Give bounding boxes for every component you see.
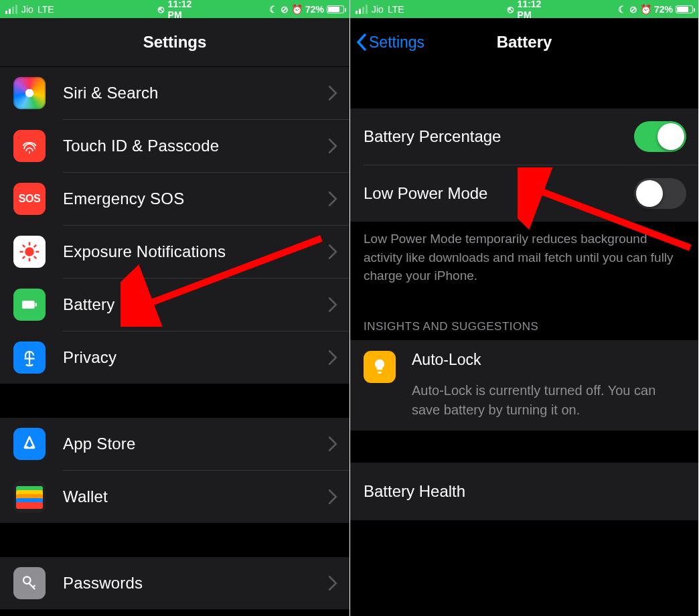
- row-touch-id-passcode[interactable]: Touch ID & Passcode: [0, 120, 350, 172]
- back-label: Settings: [369, 33, 424, 52]
- wallet-icon: [13, 481, 46, 513]
- row-label: Wallet: [63, 487, 329, 506]
- svg-line-8: [23, 256, 25, 258]
- low-power-mode-toggle[interactable]: [634, 178, 686, 209]
- page-title: Settings: [143, 33, 207, 52]
- row-label: Low Power Mode: [364, 184, 634, 203]
- row-exposure-notifications[interactable]: Exposure Notifications: [0, 226, 350, 278]
- battery-percentage-toggle[interactable]: [634, 121, 686, 152]
- chevron-right-icon: [329, 437, 337, 451]
- settings-screen: Jio LTE ⎋ 11:12 PM ☾ ⊘ ⏰ 72% Settings Si…: [0, 0, 350, 616]
- row-battery[interactable]: Battery: [0, 279, 350, 331]
- row-app-store[interactable]: App Store: [0, 418, 350, 470]
- row-wallet[interactable]: Wallet: [0, 471, 350, 523]
- row-privacy[interactable]: Privacy: [0, 331, 350, 384]
- chevron-right-icon: [329, 139, 337, 153]
- network-label: LTE: [37, 4, 54, 15]
- do-not-disturb-icon: ☾: [269, 4, 278, 15]
- status-bar: Jio LTE ⎋ 11:12 PM ☾ ⊘ ⏰ 72%: [350, 0, 698, 18]
- exposure-icon: [13, 236, 46, 268]
- svg-rect-9: [22, 301, 35, 309]
- key-icon: [13, 567, 46, 599]
- status-bar: Jio LTE ⎋ 11:12 PM ☾ ⊘ ⏰ 72%: [0, 0, 350, 18]
- hotspot-icon: ⎋: [508, 3, 514, 15]
- chevron-right-icon: [329, 244, 337, 259]
- svg-line-7: [34, 245, 36, 247]
- row-label: Battery Percentage: [364, 127, 634, 146]
- row-label: App Store: [63, 435, 329, 453]
- clock-label: 11:12 PM: [518, 0, 542, 20]
- row-label: Privacy: [63, 348, 329, 367]
- chevron-right-icon: [329, 191, 337, 206]
- nav-bar: Settings: [0, 18, 350, 67]
- svg-rect-15: [16, 502, 43, 509]
- carrier-label: Jio: [21, 4, 33, 15]
- row-label: Battery Health: [364, 482, 686, 501]
- nav-bar: Settings Battery: [350, 18, 698, 67]
- row-low-power-mode[interactable]: Low Power Mode: [350, 165, 698, 222]
- battery-icon: [13, 289, 46, 321]
- svg-rect-18: [378, 372, 382, 374]
- carrier-label: Jio: [372, 4, 384, 15]
- row-siri-search[interactable]: Siri & Search: [0, 67, 350, 119]
- battery-percent-label: 72%: [654, 4, 673, 15]
- orientation-lock-icon: ⊘: [281, 4, 289, 15]
- do-not-disturb-icon: ☾: [618, 4, 627, 15]
- svg-point-0: [25, 247, 34, 256]
- section-header: INSIGHTS AND SUGGESTIONS: [350, 300, 698, 340]
- cellular-signal-icon: [356, 5, 368, 14]
- chevron-right-icon: [329, 489, 337, 504]
- privacy-icon: [13, 341, 46, 374]
- chevron-right-icon: [329, 350, 337, 365]
- battery-percent-label: 72%: [305, 4, 324, 15]
- chevron-left-icon: [356, 33, 368, 51]
- svg-point-16: [23, 576, 31, 584]
- battery-screen: Jio LTE ⎋ 11:12 PM ☾ ⊘ ⏰ 72% Settings Ba…: [350, 0, 698, 616]
- alarm-icon: ⏰: [291, 4, 303, 15]
- svg-rect-10: [35, 303, 37, 306]
- battery-icon: [676, 5, 693, 13]
- siri-icon: [13, 77, 46, 109]
- clock-label: 11:12 PM: [168, 0, 192, 20]
- suggestion-detail: Auto-Lock is currently turned off. You c…: [412, 381, 686, 420]
- low-power-mode-footer: Low Power Mode temporarily reduces backg…: [350, 222, 698, 300]
- chevron-right-icon: [329, 297, 337, 312]
- row-emergency-sos[interactable]: SOS Emergency SOS: [0, 173, 350, 225]
- row-auto-lock-suggestion[interactable]: Auto-Lock Auto-Lock is currently turned …: [350, 340, 698, 431]
- cellular-signal-icon: [5, 5, 17, 14]
- row-label: Emergency SOS: [63, 189, 329, 208]
- row-label: Touch ID & Passcode: [63, 137, 329, 155]
- row-battery-percentage[interactable]: Battery Percentage: [350, 108, 698, 165]
- battery-icon: [327, 5, 344, 13]
- svg-line-5: [23, 245, 25, 247]
- lightbulb-icon: [364, 351, 396, 383]
- fingerprint-icon: [13, 130, 46, 162]
- row-label: Auto-Lock: [412, 351, 686, 369]
- alarm-icon: ⏰: [640, 4, 651, 15]
- app-store-icon: [13, 428, 46, 460]
- hotspot-icon: ⎋: [158, 3, 164, 15]
- network-label: LTE: [388, 4, 404, 15]
- orientation-lock-icon: ⊘: [629, 4, 637, 15]
- row-battery-health[interactable]: Battery Health: [350, 463, 698, 520]
- row-label: Exposure Notifications: [63, 242, 329, 261]
- chevron-right-icon: [329, 576, 337, 591]
- sos-icon: SOS: [13, 183, 46, 215]
- row-label: Battery: [63, 295, 329, 314]
- row-passwords[interactable]: Passwords: [0, 557, 350, 609]
- row-label: Passwords: [63, 574, 329, 593]
- back-button[interactable]: Settings: [356, 33, 424, 52]
- page-title: Battery: [497, 33, 552, 52]
- chevron-right-icon: [329, 86, 337, 100]
- row-label: Siri & Search: [63, 84, 329, 102]
- svg-line-6: [34, 256, 36, 258]
